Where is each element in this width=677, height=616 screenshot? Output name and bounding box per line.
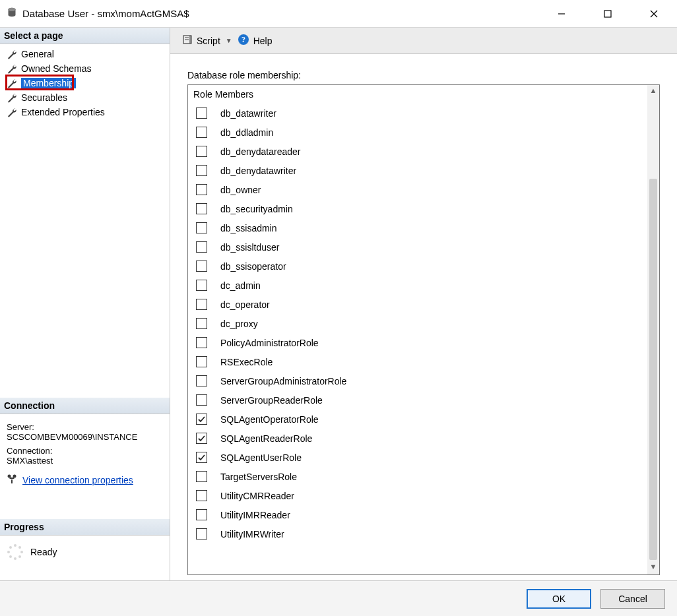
svg-rect-3	[604, 11, 611, 17]
role-checkbox[interactable]	[196, 165, 207, 176]
main: Script ▼ ? Help Database role membership…	[170, 28, 677, 580]
role-row[interactable]: PolicyAdministratorRole	[192, 333, 647, 352]
role-name: dc_operator	[220, 299, 270, 310]
svg-rect-9	[10, 477, 15, 479]
script-button[interactable]: Script ▼	[182, 34, 232, 47]
role-checkbox[interactable]	[196, 509, 207, 520]
role-row[interactable]: dc_admin	[192, 276, 647, 295]
role-list: Role Members db_datawriterdb_ddladmindb_…	[188, 85, 647, 574]
vertical-scrollbar[interactable]: ▲ ▼	[647, 85, 659, 574]
role-checkbox[interactable]	[196, 490, 207, 501]
role-checkbox[interactable]	[196, 203, 207, 214]
svg-text:?: ?	[242, 35, 245, 44]
scroll-down-arrow-icon[interactable]: ▼	[650, 563, 657, 573]
sidebar-page-extended-properties[interactable]: Extended Properties	[0, 105, 170, 119]
role-checkbox[interactable]	[196, 337, 207, 348]
pages-header: Select a page	[0, 28, 170, 44]
page-label: Owned Schemas	[21, 63, 92, 74]
role-name: SQLAgentUserRole	[220, 452, 302, 463]
role-checkbox[interactable]	[196, 241, 207, 253]
role-membership-label: Database role membership:	[187, 70, 660, 80]
role-row[interactable]: dc_operator	[192, 295, 647, 314]
role-row[interactable]: UtilityCMRReader	[192, 486, 647, 505]
role-checkbox[interactable]	[196, 127, 207, 138]
role-row[interactable]: UtilityIMRReader	[192, 505, 647, 524]
sidebar-page-membership[interactable]: Membership	[0, 76, 170, 90]
role-checkbox[interactable]	[196, 528, 207, 539]
role-row[interactable]: UtilityIMRWriter	[192, 524, 647, 543]
role-row[interactable]: TargetServersRole	[192, 467, 647, 486]
role-checkbox[interactable]	[196, 184, 207, 195]
svg-point-14	[14, 557, 16, 560]
minimize-button[interactable]	[538, 0, 585, 28]
ok-button[interactable]: OK	[527, 589, 591, 609]
role-row[interactable]: SQLAgentOperatorRole	[192, 410, 647, 429]
connection-label: Connection:	[7, 446, 164, 456]
help-button[interactable]: ? Help	[238, 34, 273, 47]
role-row[interactable]: db_datawriter	[192, 104, 647, 123]
page-list: GeneralOwned SchemasMembershipSecurables…	[0, 44, 170, 146]
progress-spinner-icon	[7, 543, 24, 561]
svg-point-10	[14, 544, 16, 547]
role-row[interactable]: db_owner	[192, 180, 647, 199]
role-row[interactable]: SQLAgentUserRole	[192, 448, 647, 467]
role-checkbox[interactable]	[196, 318, 207, 329]
role-checkbox[interactable]	[196, 433, 207, 444]
role-row[interactable]: db_denydatareader	[192, 142, 647, 161]
role-row[interactable]: RSExecRole	[192, 352, 647, 371]
svg-point-11	[18, 546, 21, 549]
scroll-thumb[interactable]	[649, 179, 657, 560]
role-row[interactable]: db_ddladmin	[192, 123, 647, 142]
role-row[interactable]: ServerGroupReaderRole	[192, 390, 647, 410]
role-checkbox[interactable]	[196, 414, 207, 425]
role-checkbox[interactable]	[196, 280, 207, 291]
database-icon	[7, 7, 17, 20]
role-checkbox[interactable]	[196, 452, 207, 463]
role-checkbox[interactable]	[196, 108, 207, 119]
maximize-button[interactable]	[585, 0, 631, 28]
page-label: Membership	[21, 78, 76, 88]
role-checkbox[interactable]	[196, 471, 207, 482]
role-row[interactable]: db_denydatawriter	[192, 161, 647, 180]
connection-header: Connection	[0, 398, 170, 414]
connection-value: SMX\asttest	[7, 456, 164, 466]
role-name: db_datawriter	[220, 108, 276, 119]
role-name: PolicyAdministratorRole	[220, 338, 319, 348]
role-name: db_denydatawriter	[220, 166, 296, 176]
role-checkbox[interactable]	[196, 222, 207, 233]
role-name: db_ssisoperator	[220, 261, 286, 272]
role-checkbox[interactable]	[196, 261, 207, 272]
role-name: UtilityIMRReader	[220, 510, 290, 520]
role-row[interactable]: db_ssisltduser	[192, 237, 647, 257]
role-row[interactable]: db_securityadmin	[192, 199, 647, 218]
role-row[interactable]: ServerGroupAdministratorRole	[192, 371, 647, 390]
role-row[interactable]: db_ssisoperator	[192, 257, 647, 276]
view-connection-properties-link[interactable]: View connection properties	[22, 475, 133, 485]
scroll-up-arrow-icon[interactable]: ▲	[650, 86, 657, 97]
role-checkbox[interactable]	[196, 394, 207, 406]
role-name: db_owner	[220, 185, 261, 195]
sidebar-page-owned-schemas[interactable]: Owned Schemas	[0, 61, 170, 76]
sidebar-page-securables[interactable]: Securables	[0, 90, 170, 105]
role-name: db_denydatareader	[220, 146, 300, 157]
role-checkbox[interactable]	[196, 299, 207, 310]
sidebar-page-general[interactable]: General	[0, 47, 170, 61]
role-row[interactable]: dc_proxy	[192, 314, 647, 333]
role-name: SQLAgentOperatorRole	[220, 414, 319, 425]
role-checkbox[interactable]	[196, 375, 207, 386]
role-row[interactable]: SQLAgentReaderRole	[192, 429, 647, 448]
role-name: db_securityadmin	[220, 204, 293, 214]
chevron-down-icon: ▼	[226, 37, 232, 44]
cancel-button[interactable]: Cancel	[600, 589, 665, 609]
role-checkbox[interactable]	[196, 146, 207, 157]
role-name: dc_proxy	[220, 319, 258, 329]
content: Database role membership: Role Members d…	[170, 54, 677, 580]
role-checkbox[interactable]	[196, 356, 207, 367]
svg-point-13	[18, 555, 21, 558]
svg-point-15	[9, 555, 12, 558]
page-label: Extended Properties	[21, 107, 105, 117]
wrench-icon	[7, 78, 17, 88]
close-button[interactable]	[631, 0, 677, 28]
role-row[interactable]: db_ssisadmin	[192, 218, 647, 237]
wrench-icon	[7, 107, 17, 117]
